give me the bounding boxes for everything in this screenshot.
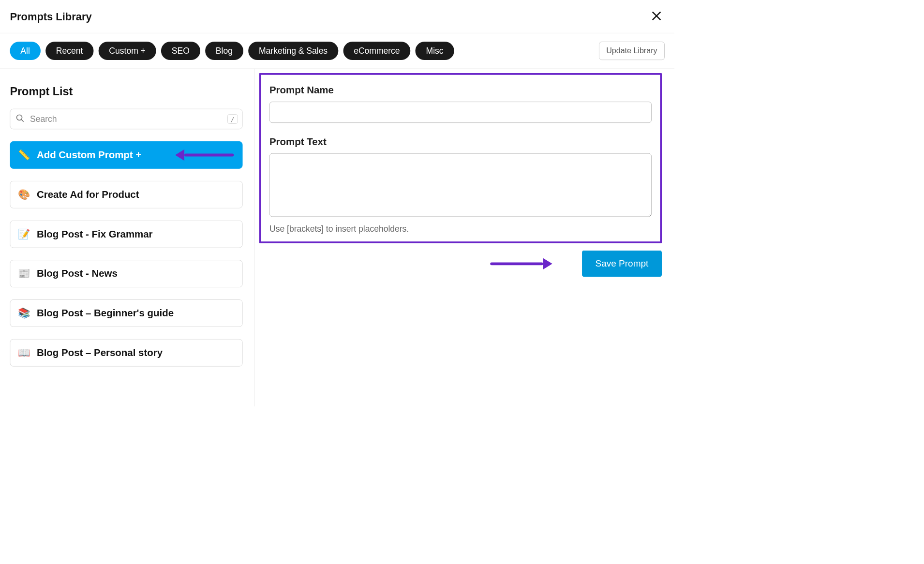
prompt-item-fix-grammar[interactable]: 📝 Blog Post - Fix Grammar: [10, 221, 242, 248]
open-book-icon: 📖: [18, 348, 30, 357]
dialog-header: Prompts Library: [0, 0, 674, 33]
search-icon: [15, 114, 25, 124]
filter-pill-misc[interactable]: Misc: [416, 42, 454, 60]
prompt-item-add-custom[interactable]: 📏 Add Custom Prompt +: [10, 141, 242, 169]
prompt-name-label: Prompt Name: [269, 85, 652, 96]
prompt-item-personal-story[interactable]: 📖 Blog Post – Personal story: [10, 339, 242, 367]
prompt-item-label: Blog Post - Fix Grammar: [37, 228, 153, 239]
prompt-form-pane: Prompt Name Prompt Text Use [brackets] t…: [255, 69, 674, 406]
prompt-form-highlight: Prompt Name Prompt Text Use [brackets] t…: [259, 73, 662, 243]
prompt-item-create-ad[interactable]: 🎨 Create Ad for Product: [10, 181, 242, 208]
search-wrap: /: [10, 109, 242, 129]
prompt-item-label: Add Custom Prompt +: [37, 149, 141, 161]
prompt-list-title: Prompt List: [10, 85, 242, 98]
prompt-item-beginners-guide[interactable]: 📚 Blog Post – Beginner's guide: [10, 299, 242, 327]
memo-icon: 📝: [18, 229, 30, 239]
page-title: Prompts Library: [10, 11, 91, 23]
close-button[interactable]: [648, 8, 665, 25]
ruler-icon: 📏: [18, 150, 30, 160]
prompt-list-pane: Prompt List / 📏 Add Custom Prompt + 🎨 Cr…: [0, 69, 255, 406]
svg-point-0: [16, 115, 22, 120]
prompt-name-input[interactable]: [269, 102, 652, 123]
main-area: Prompt List / 📏 Add Custom Prompt + 🎨 Cr…: [0, 69, 674, 406]
filter-pill-seo[interactable]: SEO: [161, 42, 200, 60]
filter-pill-recent[interactable]: Recent: [45, 42, 93, 60]
update-library-button[interactable]: Update Library: [599, 42, 665, 60]
prompt-item-label: Blog Post – Personal story: [37, 347, 163, 358]
prompt-item-label: Blog Post – Beginner's guide: [37, 308, 174, 319]
filter-pill-marketing[interactable]: Marketing & Sales: [248, 42, 338, 60]
filter-pill-blog[interactable]: Blog: [205, 42, 243, 60]
search-input[interactable]: [10, 109, 242, 129]
close-icon: [651, 10, 663, 23]
annotation-arrow: [490, 258, 552, 269]
annotation-arrow: [175, 149, 234, 161]
filter-pill-ecommerce[interactable]: eCommerce: [343, 42, 410, 60]
prompt-text-textarea[interactable]: [269, 153, 652, 217]
prompt-text-label: Prompt Text: [269, 136, 652, 148]
prompt-item-news[interactable]: 📰 Blog Post - News: [10, 260, 242, 287]
filter-pill-all[interactable]: All: [10, 42, 40, 60]
prompt-item-label: Blog Post - News: [37, 268, 118, 279]
newspaper-icon: 📰: [18, 269, 30, 279]
filter-pill-custom[interactable]: Custom +: [98, 42, 156, 60]
save-row: Save Prompt: [259, 251, 662, 277]
placeholder-hint: Use [brackets] to insert placeholders.: [269, 224, 652, 234]
books-icon: 📚: [18, 308, 30, 318]
kbd-shortcut-hint: /: [227, 114, 238, 124]
filter-bar: All Recent Custom + SEO Blog Marketing &…: [0, 33, 674, 69]
palette-icon: 🎨: [18, 190, 30, 199]
prompt-item-label: Create Ad for Product: [37, 189, 139, 200]
filter-pills: All Recent Custom + SEO Blog Marketing &…: [10, 42, 454, 60]
save-prompt-button[interactable]: Save Prompt: [582, 251, 662, 277]
